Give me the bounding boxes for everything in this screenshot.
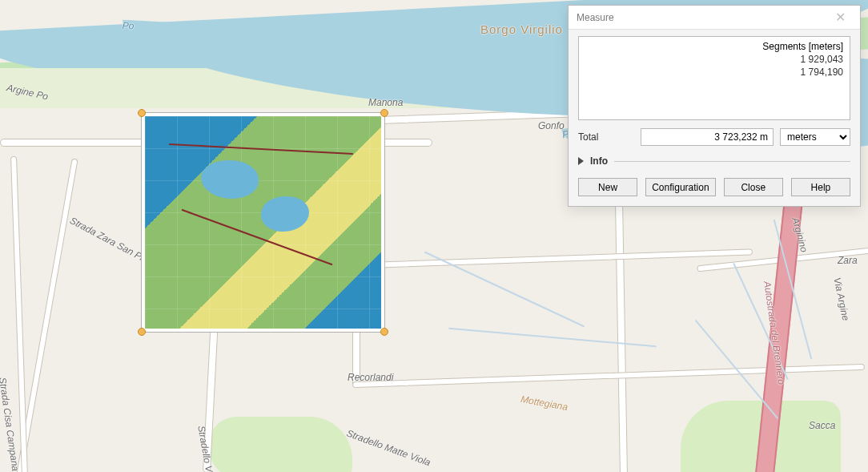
segments-header: Segments [meters] [585,40,843,53]
segment-value: 1 929,043 [585,53,843,66]
measure-dialog: Measure ✕ Segments [meters] 1 929,043 1 … [568,5,861,207]
label-recorlandi: Recorlandi [348,372,393,383]
label-manona: Manona [368,97,403,108]
close-icon: ✕ [835,10,846,25]
resize-handle-bottom-left[interactable] [138,328,146,336]
resize-handle-bottom-right[interactable] [380,328,388,336]
info-label: Info [590,155,608,167]
map-viewport[interactable]: Borgo Virgilio Po Po Argine Po Gonfo Man… [0,0,868,472]
label-borgo-virgilio: Borgo Virgilio [480,22,563,36]
dialog-titlebar[interactable]: Measure ✕ [569,6,860,30]
resize-handle-top-right[interactable] [380,109,388,117]
unit-select[interactable]: meters [780,128,850,146]
help-button[interactable]: Help [791,178,850,196]
georeferenced-image-overlay[interactable] [141,112,385,333]
info-disclosure-icon[interactable] [578,157,584,165]
dialog-title: Measure [577,12,614,23]
configuration-button[interactable]: Configuration [645,178,715,196]
label-stradello-viola: Stradello Matte Viola [345,428,432,469]
total-label: Total [578,131,634,143]
label-sacca: Sacca [809,420,835,431]
segment-value: 1 794,190 [585,66,843,79]
resize-handle-top-left[interactable] [138,109,146,117]
label-gonfo: Gonfo [538,120,565,131]
label-via-argine: Via Argine [831,276,851,321]
new-button[interactable]: New [578,178,637,196]
label-zara: Zara [838,255,858,266]
close-button[interactable]: Close [724,178,783,196]
dialog-close-button[interactable]: ✕ [822,9,858,26]
segments-list[interactable]: Segments [meters] 1 929,043 1 794,190 [578,36,850,120]
separator [614,161,850,162]
label-mottegiana: Mottegiana [520,393,569,413]
total-input[interactable] [641,128,774,146]
